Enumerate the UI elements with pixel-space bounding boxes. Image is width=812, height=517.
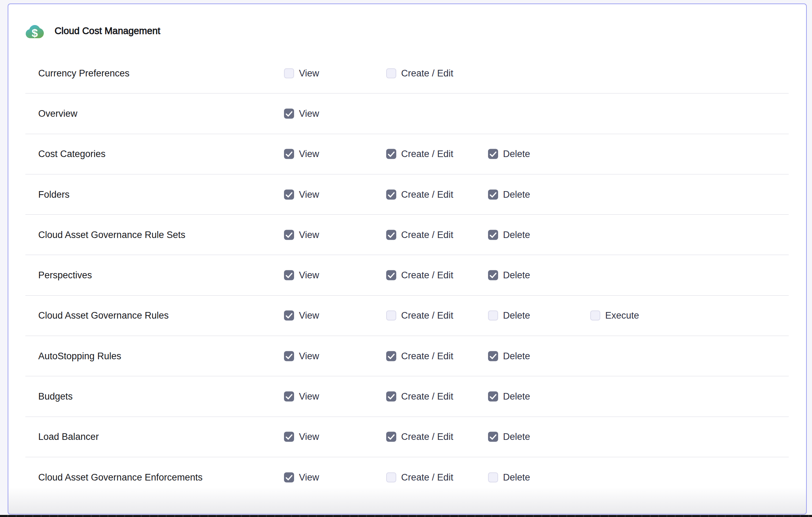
svg-text:$: $	[32, 27, 38, 39]
